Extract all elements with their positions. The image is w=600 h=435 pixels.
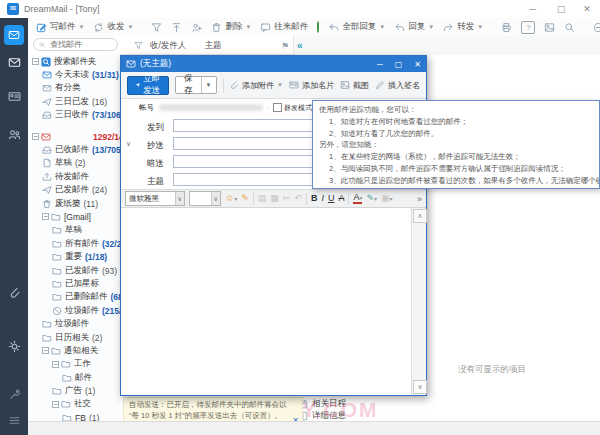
folder-item[interactable]: 重要(1/18) (28, 250, 120, 263)
mass-send-checkbox[interactable]: 群发模式 (273, 103, 312, 113)
help-button[interactable]: ? (521, 21, 535, 34)
folder-item[interactable]: 有分类 (28, 82, 120, 95)
bold-button[interactable]: B (311, 193, 318, 204)
insert-signature-button[interactable]: 插入签名 (375, 80, 420, 91)
save-button[interactable]: 保存 ▼ (175, 76, 216, 94)
print-button[interactable] (501, 22, 512, 33)
reply-button[interactable]: 回复▼ (394, 21, 434, 33)
search-box[interactable] (33, 38, 118, 51)
folder-item[interactable]: 待发邮件 (28, 170, 120, 183)
delete-button[interactable]: 删除▼ (211, 21, 251, 33)
insert-object-button[interactable]: ▣▾ (381, 193, 393, 205)
close-button[interactable]: ✕ (576, 2, 598, 16)
correspondence-button[interactable]: 往来邮件 (260, 21, 308, 33)
folder-item[interactable]: 垃圾邮件(215/377) (28, 304, 120, 317)
settings-icon[interactable] (8, 340, 21, 353)
folder-item[interactable]: 已收邮件(13/705) (28, 143, 120, 156)
folder-item[interactable]: −工作 (28, 358, 120, 371)
folder-item[interactable]: 已删除邮件(68/159) (28, 291, 120, 304)
folder-item[interactable]: 邮件 (28, 371, 120, 384)
menu-icon[interactable] (8, 414, 21, 427)
compose-titlebar[interactable]: (无主题) ─ ▢ ✕ (121, 56, 426, 72)
send-receive-button[interactable]: 收发▼ (93, 21, 133, 33)
compose-button[interactable]: 写邮件▼ (36, 21, 84, 33)
compose-maximize-button[interactable]: ▢ (395, 60, 403, 69)
folder-item[interactable]: −社交 (28, 398, 120, 411)
flag-column-icon[interactable]: ⚑ (281, 41, 289, 51)
online-status-indicator[interactable] (317, 21, 319, 33)
folder-item[interactable]: 垃圾邮件 (28, 317, 120, 330)
underline-button[interactable]: U (328, 193, 335, 204)
emoji-button[interactable]: ☺▾ (225, 193, 237, 205)
folder-item[interactable]: −[Gmail] (28, 210, 120, 223)
add-card-button[interactable]: 添加名片 (289, 80, 334, 91)
folder-item[interactable]: 已加星标 (28, 277, 120, 290)
undo-button[interactable]: ↶ (294, 193, 302, 204)
paste-button[interactable]: ▤ (258, 193, 267, 204)
add-contact-button[interactable] (191, 22, 202, 33)
send-now-button[interactable]: 立即发送 (127, 76, 169, 95)
minus-button[interactable] (593, 22, 600, 33)
mail-view-icon[interactable] (8, 56, 21, 69)
strikethrough-button[interactable]: A (338, 193, 344, 204)
expander-icon[interactable]: − (42, 347, 49, 354)
column-from[interactable]: 收/发件人 (150, 40, 186, 52)
folder-item[interactable]: 日历相关(2) (28, 331, 120, 344)
folder-item[interactable]: 今天未读(31/31) (28, 68, 120, 81)
add-attachment-button[interactable]: 添加附件▼ (229, 80, 283, 91)
compose-close-button[interactable]: ✕ (414, 60, 421, 69)
folder-item[interactable]: 三日收件(73/106) (28, 109, 120, 122)
scroll-down-icon[interactable]: ∨ (413, 380, 427, 394)
folder-item[interactable]: 草稿 (28, 224, 120, 237)
folder-item[interactable]: −通知相关 (28, 344, 120, 357)
compose-minimize-button[interactable]: ─ (377, 60, 383, 69)
font-select[interactable]: 微软雅黑∨ (125, 191, 185, 206)
filter-button[interactable] (151, 22, 162, 33)
expander-icon[interactable]: − (32, 133, 39, 140)
copy-button[interactable]: ▦ (270, 193, 279, 204)
italic-button[interactable]: I (321, 193, 324, 204)
screenshot-button[interactable]: 截图 (340, 80, 369, 91)
folder-item[interactable]: 已发邮件(93) (28, 264, 120, 277)
forward-button[interactable]: 转发▼ (443, 21, 483, 33)
search-input[interactable] (48, 39, 112, 50)
folder-item[interactable]: 已发邮件(24) (28, 184, 120, 197)
expander-icon[interactable]: − (52, 401, 59, 408)
save-dropdown-icon[interactable]: ▼ (201, 77, 216, 93)
folder-item[interactable]: 广告(1) (28, 384, 120, 397)
column-subject[interactable]: 主题 (204, 40, 221, 52)
minimize-button[interactable]: ─ (522, 2, 544, 16)
image-button[interactable] (544, 22, 555, 33)
move-to-top-button[interactable] (171, 22, 182, 33)
folder-item[interactable]: 废纸篓(11) (28, 197, 120, 210)
contacts-icon[interactable] (8, 90, 21, 103)
toolbar-overflow-icon[interactable]: » (417, 194, 422, 204)
folder-item[interactable]: 所有邮件(32/296) (28, 237, 120, 250)
font-color-button[interactable]: A▾ (353, 193, 362, 204)
related-schedule-item[interactable]: 相关日程 (298, 398, 346, 410)
sort-icon[interactable] (134, 41, 143, 50)
folder-item[interactable]: 三日已发(16) (28, 95, 120, 108)
expander-icon[interactable]: − (42, 213, 49, 220)
expander-icon[interactable]: − (32, 58, 39, 65)
folder-item[interactable]: −搜索邮件夹 (28, 55, 120, 68)
account-value-redacted[interactable] (159, 104, 263, 111)
collapse-pane-icon[interactable]: « (297, 40, 303, 51)
folder-item[interactable]: −1292/1451 (28, 130, 120, 143)
message-body[interactable] (121, 208, 411, 395)
scroll-up-icon[interactable]: ∧ (413, 209, 427, 223)
font-size-select[interactable]: ∨ (189, 191, 221, 206)
home-mail-button[interactable] (4, 25, 24, 45)
stationery-button[interactable]: ✎ (241, 193, 249, 204)
folder-item[interactable]: 草稿(2) (28, 157, 120, 170)
tools-icon[interactable] (8, 388, 21, 401)
maximize-button[interactable]: ▢ (550, 2, 572, 16)
expander-icon[interactable]: − (52, 361, 59, 368)
highlight-button[interactable]: ✎▾ (366, 193, 377, 205)
body-scrollbar[interactable]: ∧ ∨ (411, 208, 426, 395)
reply-all-button[interactable]: 全部回复▼ (328, 21, 385, 33)
zoom-button[interactable] (564, 22, 575, 33)
cut-button[interactable]: ✂ (283, 193, 291, 204)
attachments-icon[interactable] (8, 286, 21, 299)
people-icon[interactable] (8, 128, 21, 141)
